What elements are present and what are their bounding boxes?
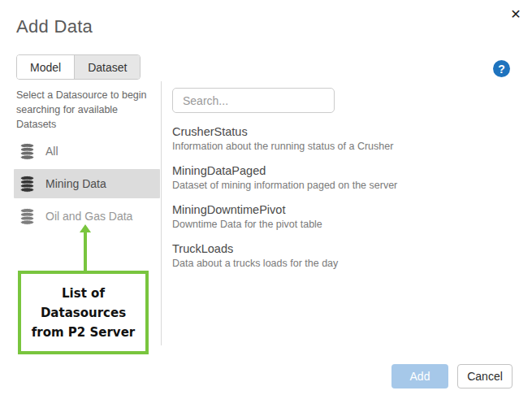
database-icon xyxy=(19,176,36,193)
dataset-item-truckloads[interactable]: TruckLoads Data about a trucks loads for… xyxy=(172,241,513,270)
datasource-label: Oil and Gas Data xyxy=(45,210,132,223)
annotation-text: List of Datasources from P2 Server xyxy=(32,284,135,342)
add-data-dialog: Add Data ✕ Model Dataset ? Select a Data… xyxy=(0,0,532,408)
dataset-name: CrusherStatus xyxy=(172,124,513,140)
datasource-list: All Mining Data xyxy=(14,137,160,234)
datasource-item-mining-data[interactable]: Mining Data xyxy=(14,169,160,198)
mode-tab-group: Model Dataset xyxy=(16,54,141,80)
dataset-description: Downtime Data for the pivot table xyxy=(172,218,513,231)
tab-model[interactable]: Model xyxy=(17,55,74,79)
datasource-hint-text: Select a Datasource to begin searching f… xyxy=(16,88,153,132)
close-icon[interactable]: ✕ xyxy=(507,6,525,24)
cancel-button[interactable]: Cancel xyxy=(457,364,513,388)
add-button[interactable]: Add xyxy=(391,364,448,388)
dataset-name: MiningDataPaged xyxy=(172,163,513,179)
dataset-description: Dataset of mining information paged on t… xyxy=(172,179,513,192)
database-icon xyxy=(19,143,36,160)
datasource-label: Mining Data xyxy=(45,177,106,190)
dataset-name: TruckLoads xyxy=(172,241,513,257)
dataset-description: Information about the running status of … xyxy=(172,140,513,153)
tab-dataset[interactable]: Dataset xyxy=(74,55,140,79)
dataset-item-miningdowntimepivot[interactable]: MiningDowntimePivot Downtime Data for th… xyxy=(172,202,513,231)
page-title: Add Data xyxy=(16,16,93,37)
panel-divider xyxy=(161,81,162,345)
dataset-name: MiningDowntimePivot xyxy=(172,202,513,218)
dataset-item-miningdatapaged[interactable]: MiningDataPaged Dataset of mining inform… xyxy=(172,163,513,192)
help-icon[interactable]: ? xyxy=(493,60,510,77)
datasource-item-all[interactable]: All xyxy=(14,137,160,166)
annotation-callout: List of Datasources from P2 Server xyxy=(18,271,149,354)
database-icon xyxy=(19,208,36,225)
dataset-description: Data about a trucks loads for the day xyxy=(172,257,513,270)
annotation-arrow-line xyxy=(84,231,87,271)
datasource-label: All xyxy=(45,145,58,158)
search-input[interactable] xyxy=(172,88,335,113)
dataset-list: CrusherStatus Information about the runn… xyxy=(172,124,513,280)
dataset-item-crusherstatus[interactable]: CrusherStatus Information about the runn… xyxy=(172,124,513,153)
